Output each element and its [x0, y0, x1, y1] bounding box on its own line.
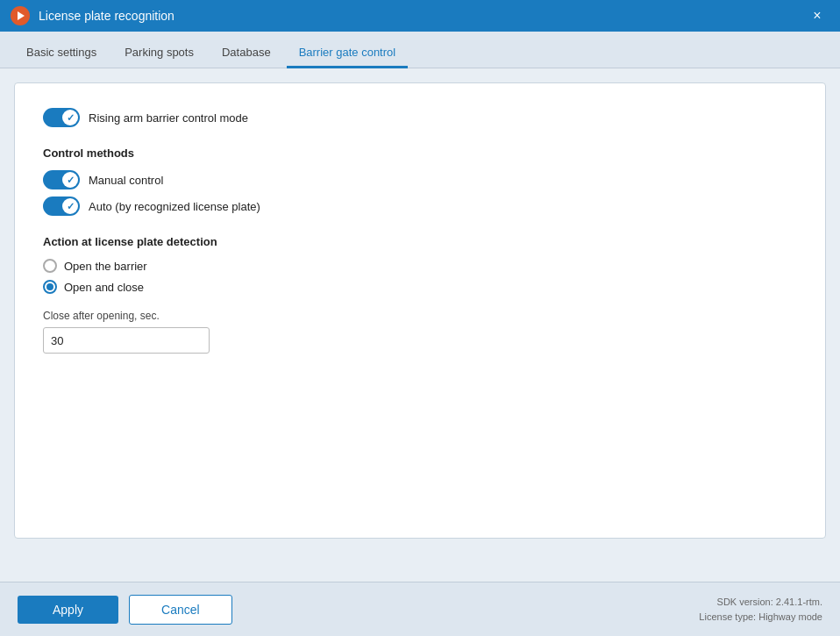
auto-control-track: ✓: [43, 197, 80, 216]
action-section: Action at license plate detection Open t…: [43, 235, 797, 294]
close-after-field: Close after opening, sec.: [43, 310, 797, 354]
rising-arm-label: Rising arm barrier control mode: [89, 111, 248, 125]
rising-arm-track: ✓: [43, 108, 80, 127]
close-after-label: Close after opening, sec.: [43, 310, 797, 322]
auto-control-check-icon: ✓: [67, 201, 75, 212]
manual-control-toggle[interactable]: ✓: [43, 170, 80, 189]
apply-button[interactable]: Apply: [18, 596, 118, 624]
sdk-version: SDK version: 2.41.1-rtm.: [699, 595, 822, 610]
radio-open-close-label: Open and close: [64, 281, 144, 294]
radio-open-close[interactable]: [43, 280, 57, 294]
tab-parking-spots[interactable]: Parking spots: [112, 39, 206, 68]
radio-open-close-row: Open and close: [43, 280, 797, 294]
auto-control-label: Auto (by recognized license plate): [89, 200, 260, 213]
title-bar: License plate recognition ×: [0, 0, 840, 32]
manual-control-label: Manual control: [89, 174, 163, 187]
content-area: ✓ Rising arm barrier control mode Contro…: [0, 68, 840, 582]
close-button[interactable]: ×: [805, 4, 829, 28]
tab-barrier-gate-control[interactable]: Barrier gate control: [287, 39, 409, 68]
radio-open-barrier[interactable]: [43, 259, 57, 273]
cancel-button[interactable]: Cancel: [129, 595, 232, 625]
control-methods-section: Control methods ✓ Manual control: [43, 146, 797, 216]
manual-control-row: ✓ Manual control: [43, 170, 797, 189]
radio-open-barrier-label: Open the barrier: [64, 260, 147, 273]
window-title: License plate recognition: [39, 9, 805, 23]
rising-arm-check-icon: ✓: [67, 112, 75, 124]
radio-open-barrier-row: Open the barrier: [43, 259, 797, 273]
tab-basic-settings[interactable]: Basic settings: [14, 39, 109, 68]
manual-control-thumb: ✓: [62, 172, 78, 188]
license-type: License type: Highway mode: [699, 610, 822, 625]
settings-panel: ✓ Rising arm barrier control mode Contro…: [14, 82, 826, 539]
auto-control-row: ✓ Auto (by recognized license plate): [43, 197, 797, 216]
manual-control-track: ✓: [43, 170, 80, 189]
control-methods-title: Control methods: [43, 146, 797, 160]
action-title: Action at license plate detection: [43, 235, 797, 248]
sdk-info: SDK version: 2.41.1-rtm. License type: H…: [699, 595, 822, 624]
rising-arm-toggle[interactable]: ✓: [43, 108, 80, 127]
tab-database[interactable]: Database: [210, 39, 283, 68]
auto-control-thumb: ✓: [62, 198, 78, 214]
main-window: License plate recognition × Basic settin…: [0, 0, 840, 636]
footer: Apply Cancel SDK version: 2.41.1-rtm. Li…: [0, 582, 840, 636]
app-icon: [11, 6, 30, 25]
tabs-bar: Basic settings Parking spots Database Ba…: [0, 32, 840, 68]
rising-arm-thumb: ✓: [62, 110, 78, 125]
auto-control-toggle[interactable]: ✓: [43, 197, 80, 216]
close-after-input[interactable]: [43, 327, 210, 354]
manual-control-check-icon: ✓: [67, 175, 75, 186]
rising-arm-row: ✓ Rising arm barrier control mode: [43, 108, 797, 127]
